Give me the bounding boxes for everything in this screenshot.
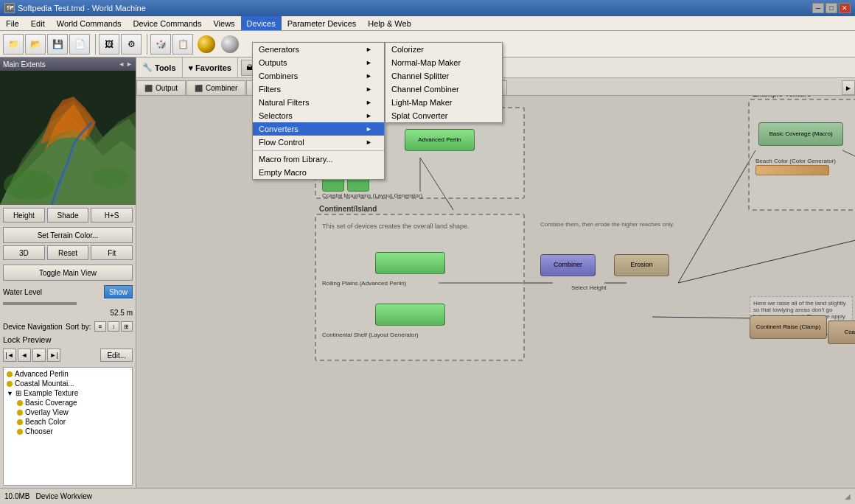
- edit-btn[interactable]: Edit...: [100, 349, 133, 362]
- nav-last[interactable]: ►|: [47, 349, 60, 362]
- sort-icon-3[interactable]: ⊞: [121, 321, 133, 332]
- toggle-view-btn[interactable]: Toggle Main View: [3, 265, 133, 281]
- toolbar-clip[interactable]: 📋: [172, 34, 193, 55]
- minimize-button[interactable]: ─: [812, 3, 824, 13]
- menu-natural-filters[interactable]: Natural Filters ►: [253, 96, 384, 109]
- tab-combiner[interactable]: ⬛ Combiner: [186, 80, 245, 95]
- menu-device-commands[interactable]: Device Commands: [128, 16, 208, 30]
- toolbar-save[interactable]: 💾: [47, 34, 68, 55]
- submenu-light-map[interactable]: Light-Map Maker: [385, 96, 502, 109]
- node-coast-erosion[interactable]: Coast Erosion: [828, 321, 855, 344]
- submenu-channel-splitter[interactable]: Channel Splitter: [385, 69, 502, 83]
- toolbar-new[interactable]: 📁: [3, 34, 24, 55]
- maximize-button[interactable]: □: [826, 3, 837, 13]
- menu-generators[interactable]: Generators ►: [253, 43, 384, 56]
- canvas-area: Mountains Here we create theland type Ad…: [136, 96, 855, 488]
- set-terrain-btn[interactable]: Set Terrain Color...: [3, 227, 133, 243]
- tools-label: Tools: [155, 63, 176, 72]
- tree-expand-icon[interactable]: ▼: [7, 390, 15, 397]
- sort-icon-2[interactable]: ↕: [108, 321, 119, 332]
- btn-reset[interactable]: Reset: [47, 245, 89, 260]
- menu-selectors[interactable]: Selectors ►: [253, 109, 384, 122]
- toolbar-render[interactable]: 🖼: [99, 34, 119, 55]
- continental-shelf-label: Continental Shelf (Layout Generator): [322, 332, 419, 338]
- water-slider[interactable]: [3, 302, 77, 305]
- menu-edit[interactable]: Edit: [25, 16, 51, 30]
- node-rolling-plains[interactable]: [375, 252, 445, 274]
- show-water-btn[interactable]: Show: [104, 285, 133, 298]
- tools-btn[interactable]: 🔧 Tools: [136, 57, 183, 77]
- node-continental-shelf[interactable]: [375, 304, 445, 326]
- tree-item-example-texture[interactable]: ▼ ⊞ Example Texture: [5, 388, 130, 398]
- menu-flow-control[interactable]: Flow Control ►: [253, 136, 384, 149]
- btn-3d[interactable]: 3D: [3, 245, 45, 260]
- hs-btn[interactable]: H+S: [91, 208, 133, 223]
- node-erosion[interactable]: Erosion: [614, 254, 669, 276]
- node-basic-coverage[interactable]: Basic Coverage (Macro): [758, 122, 843, 146]
- sort-icon-1[interactable]: ≡: [94, 321, 106, 332]
- toolbar-settings[interactable]: ⚙: [121, 34, 142, 55]
- menu-filters[interactable]: Filters ►: [253, 83, 384, 96]
- tree-item-advanced-perlin[interactable]: Advanced Perlin: [5, 369, 130, 379]
- water-level-label: Water Level: [3, 288, 42, 296]
- menu-generators-arrow: ►: [366, 46, 372, 53]
- favorites-icon: ♥: [189, 63, 194, 72]
- menu-help[interactable]: Help & Web: [362, 16, 417, 30]
- favorites-btn[interactable]: ♥ Favorites: [183, 57, 238, 77]
- beach-color-node[interactable]: [755, 165, 829, 175]
- tree-dot: [17, 400, 23, 406]
- select-height-label: Select Height: [571, 284, 607, 291]
- nav-first[interactable]: |◄: [3, 349, 16, 362]
- menu-views[interactable]: Views: [207, 16, 240, 30]
- nav-prev[interactable]: ◄: [18, 349, 31, 362]
- tree-item-beach-color[interactable]: Beach Color: [5, 417, 130, 427]
- nav3d-row: 3D Reset Fit: [3, 245, 133, 260]
- nav-next[interactable]: ►: [32, 349, 46, 362]
- toolbar-sep2: [144, 34, 147, 55]
- tree-dot: [17, 410, 23, 416]
- menu-parameter-devices[interactable]: Parameter Devices: [282, 16, 363, 30]
- tab-output[interactable]: ⬛ Output: [136, 80, 186, 95]
- tree-item-overlay-view[interactable]: Overlay View: [5, 407, 130, 417]
- converters-submenu: Colorizer Normal-Map Maker Channel Split…: [385, 42, 503, 123]
- svg-line-13: [678, 239, 855, 283]
- tree-label-coastal: Coastal Mountai...: [15, 379, 74, 388]
- window-controls: ─ □ ✕: [812, 3, 851, 13]
- menu-natural-filters-arrow: ►: [366, 99, 372, 106]
- tree-item-basic-coverage[interactable]: Basic Coverage: [5, 398, 130, 407]
- menu-file[interactable]: File: [0, 16, 25, 30]
- group-continent: Continent/Island This set of devices cre…: [315, 214, 525, 361]
- submenu-colorizer[interactable]: Colorizer: [385, 43, 502, 56]
- menu-world-commands[interactable]: World Commands: [51, 16, 128, 30]
- toolbar-open[interactable]: 📂: [25, 34, 46, 55]
- preview-next[interactable]: ►: [126, 60, 133, 68]
- svg-point-6: [4, 170, 55, 200]
- preview-prev[interactable]: ◄: [118, 60, 125, 68]
- tab-scroll-right[interactable]: ►: [842, 80, 855, 95]
- continent-desc: This set of devices creates the overall …: [322, 223, 470, 230]
- svg-line-17: [652, 317, 755, 318]
- node-coast-erosion-label: Coast Erosion: [844, 329, 855, 336]
- toolbar-random[interactable]: 🎲: [150, 34, 171, 55]
- menu-devices[interactable]: Devices: [241, 16, 282, 30]
- tree-item-chooser[interactable]: Chooser: [5, 427, 130, 436]
- height-btn[interactable]: Height: [3, 208, 45, 223]
- menu-empty-macro[interactable]: Empty Macro: [253, 166, 384, 179]
- submenu-channel-combiner[interactable]: Channel Combiner: [385, 83, 502, 96]
- tree-item-coastal[interactable]: Coastal Mountai...: [5, 379, 130, 388]
- toolbar-saveas[interactable]: 📄: [69, 34, 90, 55]
- menu-combiners[interactable]: Combiners ►: [253, 69, 384, 83]
- node-combiner[interactable]: Combiner: [540, 254, 596, 276]
- btn-fit[interactable]: Fit: [91, 245, 133, 260]
- close-button[interactable]: ✕: [839, 3, 851, 13]
- shade-btn[interactable]: Shade: [47, 208, 89, 223]
- menu-outputs[interactable]: Outputs ►: [253, 56, 384, 69]
- submenu-splat-converter[interactable]: Splat Converter: [385, 109, 502, 122]
- window-title: Softpedia Test.tmd - World Machine: [18, 4, 146, 13]
- node-continent-raise[interactable]: Continent Raise (Clamp): [750, 315, 827, 339]
- node-adv-perlin-1[interactable]: Advanced Perlin: [405, 129, 475, 151]
- menu-macro-library[interactable]: Macro from Library...: [253, 153, 384, 166]
- menu-filters-label: Filters: [259, 85, 281, 94]
- submenu-normal-map[interactable]: Normal-Map Maker: [385, 56, 502, 69]
- menu-converters[interactable]: Converters ►: [253, 122, 384, 136]
